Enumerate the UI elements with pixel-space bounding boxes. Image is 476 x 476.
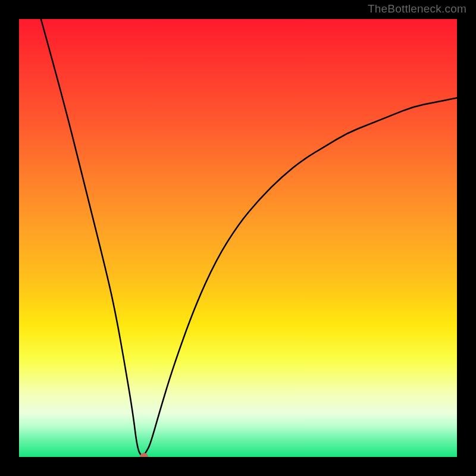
bottleneck-curve — [19, 19, 457, 457]
plot-area — [19, 19, 457, 457]
optimum-marker — [140, 453, 148, 457]
chart-frame: TheBottleneck.com — [0, 0, 476, 476]
watermark-text: TheBottleneck.com — [368, 2, 466, 15]
